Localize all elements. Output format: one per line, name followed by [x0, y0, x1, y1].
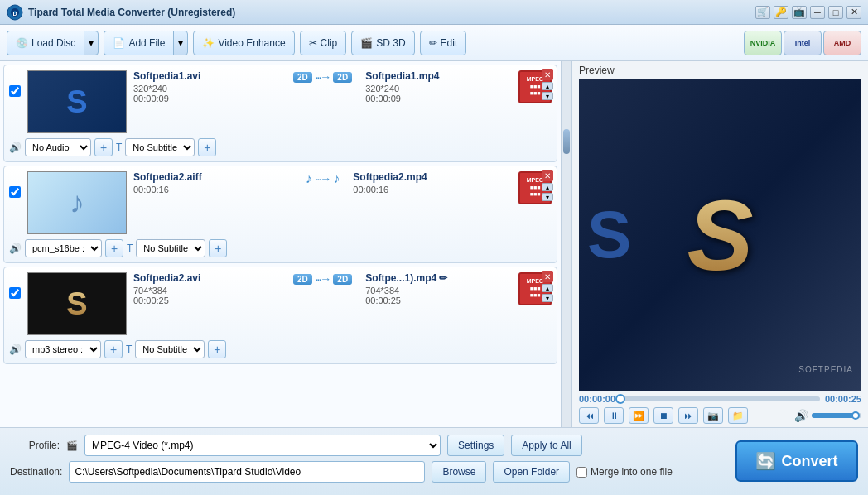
preview-screen: S S SOFTPEDIA	[579, 79, 861, 391]
minimize-button[interactable]: ─	[810, 6, 825, 19]
window-title: Tipard Total Media Converter (Unregister…	[28, 7, 755, 18]
load-disc-dropdown[interactable]: ▾	[84, 31, 99, 55]
amd-button[interactable]: AMD	[823, 31, 861, 55]
output-dims: 704*384	[365, 286, 512, 296]
volume-thumb[interactable]	[851, 411, 860, 420]
merge-checkbox[interactable]	[576, 467, 587, 478]
pause-button[interactable]: ⏸	[604, 407, 624, 424]
source-dims: 704*384	[133, 286, 280, 296]
key-icon[interactable]: 🔑	[774, 6, 788, 19]
move-up-button[interactable]: ▴	[542, 82, 553, 90]
video-enhance-button[interactable]: ✨ Video Enhance	[193, 31, 294, 55]
preview-panel: Preview S S SOFTPEDIA 00:00:00 00:00:25 …	[571, 61, 868, 427]
convert-icon: 🔄	[755, 451, 776, 471]
speaker-icon: 🔊	[9, 243, 22, 254]
add-file-dropdown[interactable]: ▾	[173, 31, 188, 55]
convert-button[interactable]: 🔄 Convert	[735, 440, 858, 482]
move-down-button[interactable]: ▾	[542, 193, 553, 201]
subtitle-ctrl: T No Subtitle +	[116, 138, 216, 156]
source-duration: 00:00:16	[133, 185, 292, 195]
add-subtitle-button[interactable]: +	[209, 239, 227, 257]
remove-file-button[interactable]: ✕	[542, 271, 553, 282]
remove-file-button[interactable]: ✕	[542, 69, 553, 80]
audio-select[interactable]: pcm_s16be :	[25, 239, 102, 257]
subtitle-ctrl: T No Subtitle +	[127, 239, 227, 257]
thumb-image: S	[66, 286, 87, 322]
file-checkbox[interactable]	[9, 85, 21, 97]
add-file-icon: 📄	[113, 37, 125, 49]
skip-back-button[interactable]: ⏮	[579, 407, 599, 424]
move-down-button[interactable]: ▾	[542, 92, 553, 100]
speaker-icon: 🔊	[9, 344, 22, 355]
audio-ctrl: 🔊 No Audio +	[9, 138, 113, 156]
seek-thumb[interactable]	[615, 394, 625, 404]
load-disc-button[interactable]: 💿 Load Disc	[7, 31, 84, 55]
folder-button[interactable]: 📁	[728, 407, 748, 424]
file-source-info: Softpedia1.avi 320*240 00:00:09	[133, 70, 280, 103]
preview-gold-s: S	[687, 178, 753, 292]
file-checkbox[interactable]	[9, 186, 21, 198]
file-row-top: S Softpedia1.avi 320*240 00:00:09 2D ···…	[9, 70, 552, 133]
merge-checkbox-label: Merge into one file	[576, 466, 673, 478]
preview-blue-s: S	[587, 197, 631, 273]
thumb-image: S	[66, 84, 87, 120]
preview-controls: 00:00:00 00:00:25 ⏮ ⏸ ⏩ ⏹ ⏭ 📷 📁 🔊	[572, 391, 868, 427]
add-subtitle-button[interactable]: +	[198, 138, 216, 156]
profile-icon: 🎬	[66, 440, 78, 451]
preview-title: Preview	[572, 61, 868, 79]
move-up-button[interactable]: ▴	[542, 284, 553, 292]
volume-track[interactable]	[812, 413, 861, 418]
scrollbar-thumb[interactable]	[563, 129, 570, 154]
enhance-icon: ✨	[202, 37, 215, 49]
file-source-info: Softpedia2.aiff 00:00:16	[133, 171, 292, 195]
seek-bar: 00:00:00 00:00:25	[579, 394, 861, 404]
sd3d-button[interactable]: 🎬 SD 3D	[351, 31, 414, 55]
screenshot-button[interactable]: 📷	[703, 407, 723, 424]
fast-forward-button[interactable]: ⏩	[629, 407, 649, 424]
subtitle-select[interactable]: No Subtitle	[136, 239, 205, 257]
close-button[interactable]: ✕	[846, 6, 861, 19]
file-checkbox[interactable]	[9, 287, 21, 299]
add-audio-button[interactable]: +	[104, 340, 123, 358]
speaker-icon: 🔊	[9, 142, 22, 153]
move-up-button[interactable]: ▴	[542, 183, 553, 191]
scrollbar[interactable]	[562, 61, 571, 427]
add-subtitle-button[interactable]: +	[208, 340, 226, 358]
stop-button[interactable]: ⏹	[653, 407, 673, 424]
subtitle-select[interactable]: No Subtitle	[125, 138, 195, 156]
add-audio-button[interactable]: +	[105, 239, 123, 257]
file-audio-subtitle-controls: 🔊 No Audio + T No Subtitle +	[9, 138, 552, 156]
table-row: ✕ ▴ ▾ ♪ Softpedia2.aiff 00:00:16 ♪	[3, 166, 557, 263]
maximize-button[interactable]: □	[828, 6, 843, 19]
destination-row: Destination: Browse Open Folder Merge in…	[10, 461, 858, 483]
apply-to-all-button[interactable]: Apply to All	[511, 435, 581, 456]
intel-button[interactable]: Intel	[784, 31, 822, 55]
open-folder-button[interactable]: Open Folder	[493, 461, 570, 483]
destination-input[interactable]	[69, 461, 425, 483]
remove-file-button[interactable]: ✕	[542, 170, 553, 181]
monitor-icon[interactable]: 📺	[792, 6, 807, 19]
edit-button[interactable]: ✏ Edit	[420, 31, 467, 55]
main-area: ✕ ▴ ▾ S Softpedia1.avi 320*240 00:00:09 …	[0, 61, 868, 427]
volume-control: 🔊	[794, 409, 861, 422]
audio-select[interactable]: No Audio	[25, 138, 91, 156]
subtitle-select[interactable]: No Subtitle	[135, 340, 205, 358]
seek-track[interactable]	[620, 396, 820, 401]
add-audio-button[interactable]: +	[94, 138, 113, 156]
profile-select[interactable]: MPEG-4 Video (*.mp4)	[84, 435, 441, 456]
table-row: ✕ ▴ ▾ S Softpedia1.avi 320*240 00:00:09 …	[3, 65, 557, 162]
source-duration: 00:00:25	[133, 296, 280, 305]
reorder-controls: ▴ ▾	[542, 183, 553, 201]
audio-ctrl: 🔊 mp3 stereo : +	[9, 340, 123, 358]
volume-icon: 🔊	[794, 409, 808, 422]
nvidia-button[interactable]: NVIDIA	[744, 31, 782, 55]
clip-button[interactable]: ✂ Clip	[300, 31, 347, 55]
skip-forward-button[interactable]: ⏭	[678, 407, 698, 424]
add-file-button[interactable]: 📄 Add File	[104, 31, 173, 55]
browse-button[interactable]: Browse	[432, 461, 486, 483]
shopping-icon[interactable]: 🛒	[755, 6, 770, 19]
settings-button[interactable]: Settings	[447, 435, 504, 456]
audio-select[interactable]: mp3 stereo :	[25, 340, 101, 358]
edit-icon: ✏	[429, 37, 437, 49]
move-down-button[interactable]: ▾	[542, 294, 553, 302]
